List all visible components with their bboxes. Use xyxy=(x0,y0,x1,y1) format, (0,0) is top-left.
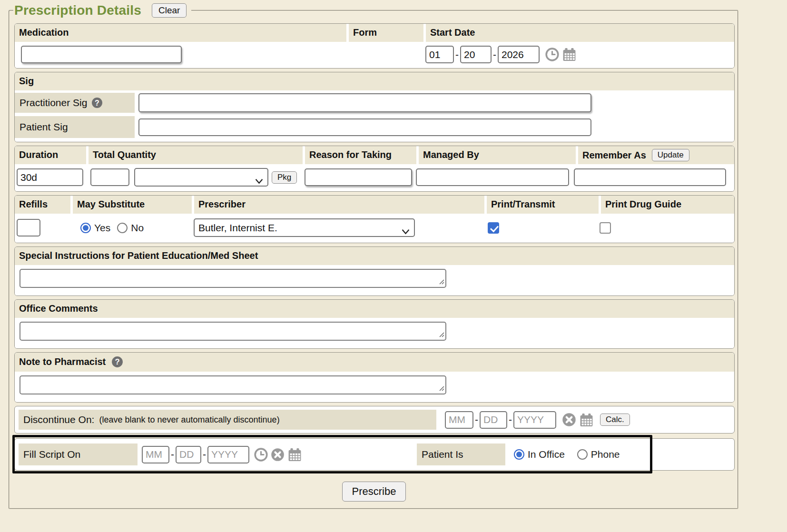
refills-input[interactable] xyxy=(17,219,40,236)
patient-sig-input[interactable] xyxy=(138,118,591,136)
chevron-down-icon xyxy=(402,226,410,237)
office-comments-section: Office Comments xyxy=(14,299,735,349)
start-date-day-input[interactable] xyxy=(460,46,492,63)
start-date-header: Start Date xyxy=(426,24,734,42)
calendar-icon[interactable] xyxy=(579,413,594,427)
remember-as-header: Remember As xyxy=(582,150,646,161)
medication-section: Medication Form Start Date - - xyxy=(14,23,735,69)
fill-script-day-input[interactable] xyxy=(176,446,201,463)
resize-grip-icon[interactable] xyxy=(438,384,444,393)
refills-section: Refills May Substitute Prescriber Print/… xyxy=(14,195,735,243)
date-separator: - xyxy=(492,49,498,60)
remember-as-input[interactable] xyxy=(574,168,726,186)
clear-button[interactable]: Clear xyxy=(152,3,187,18)
fill-script-year-input[interactable] xyxy=(207,446,249,463)
clear-date-icon[interactable] xyxy=(271,448,285,462)
patient-is-label: Patient Is xyxy=(417,443,505,465)
note-pharmacist-section: Note to Pharmacist ? xyxy=(14,352,735,403)
in-office-label[interactable]: In Office xyxy=(528,449,565,460)
medication-header: Medication xyxy=(15,24,346,42)
help-icon[interactable]: ? xyxy=(111,356,123,368)
office-comments-textarea[interactable] xyxy=(20,322,446,341)
page-title: Prescription Details xyxy=(14,3,141,18)
clear-date-icon[interactable] xyxy=(562,413,576,427)
discontinue-month-input[interactable] xyxy=(445,411,473,429)
fill-script-month-input[interactable] xyxy=(142,446,169,463)
start-date-month-input[interactable] xyxy=(425,46,454,63)
practitioner-sig-label: Practitioner Sig ? xyxy=(15,93,135,113)
in-office-radio[interactable] xyxy=(514,449,524,460)
start-date-year-input[interactable] xyxy=(498,46,540,63)
sig-header: Sig xyxy=(15,72,734,90)
managed-by-header: Managed By xyxy=(419,146,576,164)
substitute-yes-label[interactable]: Yes xyxy=(94,222,110,234)
special-instructions-section: Special Instructions for Patient Educati… xyxy=(14,246,735,296)
substitute-yes-radio[interactable] xyxy=(80,223,91,233)
note-pharmacist-header: Note to Pharmacist xyxy=(19,356,106,367)
discontinue-hint: (leave blank to never automatically disc… xyxy=(99,415,279,425)
calendar-icon[interactable] xyxy=(562,47,577,62)
discontinue-day-input[interactable] xyxy=(480,411,507,429)
prescriber-select[interactable]: Butler, Internist E. xyxy=(194,218,415,237)
special-instructions-textarea[interactable] xyxy=(20,269,446,288)
discontinue-section: Discontinue On: (leave blank to never au… xyxy=(14,406,735,433)
office-comments-header: Office Comments xyxy=(15,300,734,318)
form-header: Form xyxy=(349,24,423,42)
resize-grip-icon[interactable] xyxy=(438,278,444,286)
phone-radio[interactable] xyxy=(577,449,588,460)
calendar-icon[interactable] xyxy=(287,447,302,462)
may-substitute-header: May Substitute xyxy=(73,196,192,214)
duration-input[interactable] xyxy=(17,168,83,186)
fill-script-section: Fill Script On - - xyxy=(14,438,735,471)
discontinue-label: Discontinue On: (leave blank to never au… xyxy=(19,410,436,430)
managed-by-input[interactable] xyxy=(416,168,569,186)
note-pharmacist-textarea[interactable] xyxy=(20,375,446,394)
prescribe-button[interactable]: Prescribe xyxy=(342,482,406,502)
date-separator: - xyxy=(454,49,460,60)
total-quantity-header: Total Quantity xyxy=(89,146,303,164)
details-section: Duration Total Quantity Reason for Takin… xyxy=(14,146,735,192)
calc-button[interactable]: Calc. xyxy=(600,414,630,426)
fill-script-label: Fill Script On xyxy=(19,443,138,465)
prescription-details-fieldset: Prescription Details Clear Medication Fo… xyxy=(9,3,738,509)
prescriber-header: Prescriber xyxy=(194,196,484,214)
reason-header: Reason for Taking xyxy=(305,146,416,164)
svg-text:?: ? xyxy=(95,99,100,107)
patient-sig-label: Patient Sig xyxy=(15,116,135,138)
quantity-unit-select[interactable] xyxy=(134,168,268,187)
reason-input[interactable] xyxy=(305,168,412,186)
phone-label[interactable]: Phone xyxy=(591,449,620,460)
print-transmit-checkbox[interactable] xyxy=(488,222,499,234)
resize-grip-icon[interactable] xyxy=(438,331,444,339)
special-instructions-header: Special Instructions for Patient Educati… xyxy=(15,247,734,265)
discontinue-year-input[interactable] xyxy=(513,411,556,429)
clock-icon[interactable] xyxy=(545,48,559,61)
refills-header: Refills xyxy=(15,196,70,214)
practitioner-sig-input[interactable] xyxy=(138,93,591,112)
clock-icon[interactable] xyxy=(254,448,268,462)
pkg-button[interactable]: Pkg xyxy=(272,171,297,184)
sig-section: Sig Practitioner Sig ? Patient Sig xyxy=(14,72,735,142)
duration-header: Duration xyxy=(15,146,86,164)
chevron-down-icon xyxy=(255,175,263,187)
help-icon[interactable]: ? xyxy=(91,97,103,108)
substitute-no-radio[interactable] xyxy=(117,223,128,233)
medication-input[interactable] xyxy=(21,46,182,63)
substitute-no-label[interactable]: No xyxy=(131,222,144,234)
print-drug-guide-header: Print Drug Guide xyxy=(601,196,734,214)
svg-text:?: ? xyxy=(115,357,120,366)
print-transmit-header: Print/Transmit xyxy=(487,196,599,214)
print-drug-guide-checkbox[interactable] xyxy=(600,222,611,234)
total-quantity-input[interactable] xyxy=(90,168,129,186)
update-button[interactable]: Update xyxy=(652,149,689,161)
